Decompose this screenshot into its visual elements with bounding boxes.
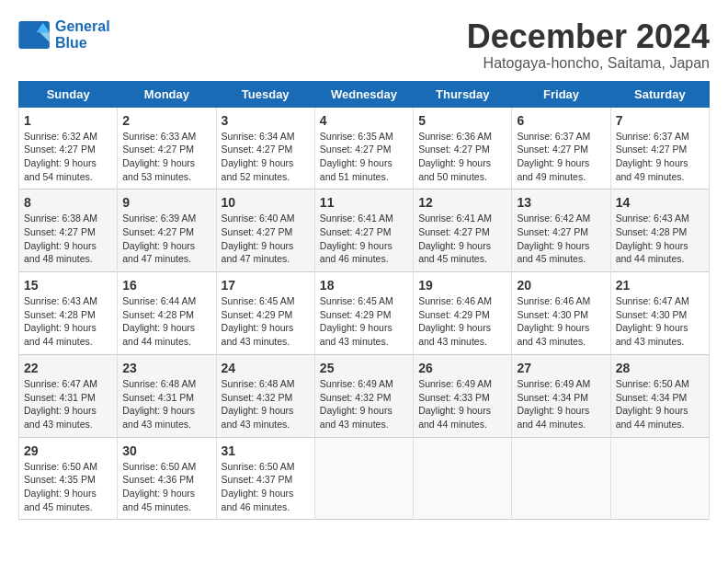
- header-row: Sunday Monday Tuesday Wednesday Thursday…: [19, 81, 710, 107]
- day-info: Sunrise: 6:46 AMSunset: 4:30 PMDaylight:…: [517, 294, 605, 349]
- day-info: Sunrise: 6:37 AMSunset: 4:27 PMDaylight:…: [616, 130, 704, 184]
- day-number: 3: [222, 113, 310, 128]
- day-number: 2: [122, 113, 210, 128]
- day-number: 30: [122, 443, 210, 458]
- day-info: Sunrise: 6:50 AMSunset: 4:35 PMDaylight:…: [24, 460, 112, 514]
- table-cell: 12Sunrise: 6:41 AMSunset: 4:27 PMDayligh…: [414, 190, 512, 272]
- logo-icon: [18, 21, 51, 49]
- table-cell: 26Sunrise: 6:49 AMSunset: 4:33 PMDayligh…: [414, 354, 512, 437]
- day-info: Sunrise: 6:49 AMSunset: 4:33 PMDaylight:…: [418, 377, 506, 431]
- table-cell: [314, 437, 413, 520]
- day-number: 5: [418, 113, 506, 128]
- table-cell: [512, 437, 610, 520]
- day-info: Sunrise: 6:45 AMSunset: 4:29 PMDaylight:…: [320, 294, 408, 349]
- table-cell: 25Sunrise: 6:49 AMSunset: 4:32 PMDayligh…: [314, 354, 413, 437]
- table-cell: 13Sunrise: 6:42 AMSunset: 4:27 PMDayligh…: [512, 190, 610, 272]
- logo: General Blue: [18, 18, 110, 51]
- table-row: 8Sunrise: 6:38 AMSunset: 4:27 PMDaylight…: [19, 190, 710, 272]
- day-info: Sunrise: 6:43 AMSunset: 4:28 PMDaylight:…: [24, 294, 112, 349]
- table-cell: 31Sunrise: 6:50 AMSunset: 4:37 PMDayligh…: [216, 437, 314, 520]
- table-cell: 24Sunrise: 6:48 AMSunset: 4:32 PMDayligh…: [216, 354, 314, 437]
- table-cell: 20Sunrise: 6:46 AMSunset: 4:30 PMDayligh…: [512, 272, 610, 355]
- col-monday: Monday: [118, 81, 216, 107]
- col-tuesday: Tuesday: [216, 81, 314, 107]
- page-header: General Blue December 2024 Hatogaya-honc…: [18, 18, 710, 72]
- col-friday: Friday: [512, 81, 610, 107]
- table-cell: 23Sunrise: 6:48 AMSunset: 4:31 PMDayligh…: [118, 354, 216, 437]
- table-cell: 16Sunrise: 6:44 AMSunset: 4:28 PMDayligh…: [118, 272, 216, 355]
- day-number: 9: [122, 195, 210, 210]
- day-number: 26: [418, 361, 506, 375]
- day-info: Sunrise: 6:35 AMSunset: 4:27 PMDaylight:…: [320, 130, 408, 184]
- table-cell: 1Sunrise: 6:32 AMSunset: 4:27 PMDaylight…: [19, 107, 118, 190]
- day-number: 20: [517, 278, 605, 293]
- day-number: 6: [517, 113, 605, 128]
- table-cell: 27Sunrise: 6:49 AMSunset: 4:34 PMDayligh…: [512, 354, 610, 437]
- day-info: Sunrise: 6:47 AMSunset: 4:30 PMDaylight:…: [616, 294, 704, 349]
- table-row: 29Sunrise: 6:50 AMSunset: 4:35 PMDayligh…: [19, 437, 710, 520]
- day-info: Sunrise: 6:36 AMSunset: 4:27 PMDaylight:…: [418, 130, 506, 184]
- day-info: Sunrise: 6:50 AMSunset: 4:34 PMDaylight:…: [616, 377, 704, 431]
- day-number: 29: [24, 443, 112, 458]
- day-number: 18: [320, 278, 408, 293]
- day-number: 12: [418, 195, 506, 210]
- day-info: Sunrise: 6:44 AMSunset: 4:28 PMDaylight:…: [122, 294, 210, 349]
- day-info: Sunrise: 6:42 AMSunset: 4:27 PMDaylight:…: [517, 212, 605, 266]
- day-number: 31: [222, 443, 310, 458]
- day-number: 7: [616, 113, 704, 128]
- table-cell: 19Sunrise: 6:46 AMSunset: 4:29 PMDayligh…: [414, 272, 512, 355]
- table-cell: 6Sunrise: 6:37 AMSunset: 4:27 PMDaylight…: [512, 107, 610, 190]
- table-cell: 4Sunrise: 6:35 AMSunset: 4:27 PMDaylight…: [314, 107, 413, 190]
- table-cell: 21Sunrise: 6:47 AMSunset: 4:30 PMDayligh…: [610, 272, 709, 355]
- table-cell: 18Sunrise: 6:45 AMSunset: 4:29 PMDayligh…: [314, 272, 413, 355]
- day-info: Sunrise: 6:33 AMSunset: 4:27 PMDaylight:…: [122, 130, 210, 184]
- calendar-body: 1Sunrise: 6:32 AMSunset: 4:27 PMDaylight…: [19, 107, 710, 520]
- day-info: Sunrise: 6:46 AMSunset: 4:29 PMDaylight:…: [418, 294, 506, 349]
- day-info: Sunrise: 6:48 AMSunset: 4:31 PMDaylight:…: [122, 377, 210, 431]
- day-info: Sunrise: 6:39 AMSunset: 4:27 PMDaylight:…: [122, 212, 210, 266]
- day-number: 8: [24, 195, 112, 210]
- day-info: Sunrise: 6:41 AMSunset: 4:27 PMDaylight:…: [320, 212, 408, 266]
- logo-line1: General: [55, 18, 110, 34]
- day-number: 19: [418, 278, 506, 293]
- table-cell: 22Sunrise: 6:47 AMSunset: 4:31 PMDayligh…: [19, 354, 118, 437]
- day-number: 28: [616, 361, 704, 375]
- col-wednesday: Wednesday: [314, 81, 413, 107]
- day-info: Sunrise: 6:32 AMSunset: 4:27 PMDaylight:…: [24, 130, 112, 184]
- table-cell: 11Sunrise: 6:41 AMSunset: 4:27 PMDayligh…: [314, 190, 413, 272]
- day-info: Sunrise: 6:45 AMSunset: 4:29 PMDaylight:…: [222, 294, 310, 349]
- table-cell: 5Sunrise: 6:36 AMSunset: 4:27 PMDaylight…: [414, 107, 512, 190]
- table-cell: 2Sunrise: 6:33 AMSunset: 4:27 PMDaylight…: [118, 107, 216, 190]
- day-number: 27: [517, 361, 605, 375]
- day-number: 14: [616, 195, 704, 210]
- title-block: December 2024 Hatogaya-honcho, Saitama, …: [467, 18, 710, 72]
- table-cell: 3Sunrise: 6:34 AMSunset: 4:27 PMDaylight…: [216, 107, 314, 190]
- logo-line2: Blue: [55, 35, 87, 51]
- table-cell: 29Sunrise: 6:50 AMSunset: 4:35 PMDayligh…: [19, 437, 118, 520]
- table-row: 1Sunrise: 6:32 AMSunset: 4:27 PMDaylight…: [19, 107, 710, 190]
- calendar-table: Sunday Monday Tuesday Wednesday Thursday…: [18, 81, 710, 521]
- table-cell: 8Sunrise: 6:38 AMSunset: 4:27 PMDaylight…: [19, 190, 118, 272]
- table-cell: 14Sunrise: 6:43 AMSunset: 4:28 PMDayligh…: [610, 190, 709, 272]
- day-number: 21: [616, 278, 704, 293]
- day-info: Sunrise: 6:41 AMSunset: 4:27 PMDaylight:…: [418, 212, 506, 266]
- calendar-header: Sunday Monday Tuesday Wednesday Thursday…: [19, 81, 710, 107]
- col-saturday: Saturday: [610, 81, 709, 107]
- location: Hatogaya-honcho, Saitama, Japan: [467, 55, 710, 72]
- table-cell: [610, 437, 709, 520]
- day-info: Sunrise: 6:47 AMSunset: 4:31 PMDaylight:…: [24, 377, 112, 431]
- table-cell: 9Sunrise: 6:39 AMSunset: 4:27 PMDaylight…: [118, 190, 216, 272]
- day-number: 24: [222, 361, 310, 375]
- day-info: Sunrise: 6:50 AMSunset: 4:36 PMDaylight:…: [122, 460, 210, 514]
- day-number: 11: [320, 195, 408, 210]
- logo-text: General Blue: [55, 18, 110, 51]
- day-info: Sunrise: 6:48 AMSunset: 4:32 PMDaylight:…: [222, 377, 310, 431]
- day-number: 22: [24, 361, 112, 375]
- day-number: 13: [517, 195, 605, 210]
- day-info: Sunrise: 6:34 AMSunset: 4:27 PMDaylight:…: [222, 130, 310, 184]
- day-number: 1: [24, 113, 112, 128]
- day-info: Sunrise: 6:49 AMSunset: 4:34 PMDaylight:…: [517, 377, 605, 431]
- col-thursday: Thursday: [414, 81, 512, 107]
- day-number: 17: [222, 278, 310, 293]
- day-number: 16: [122, 278, 210, 293]
